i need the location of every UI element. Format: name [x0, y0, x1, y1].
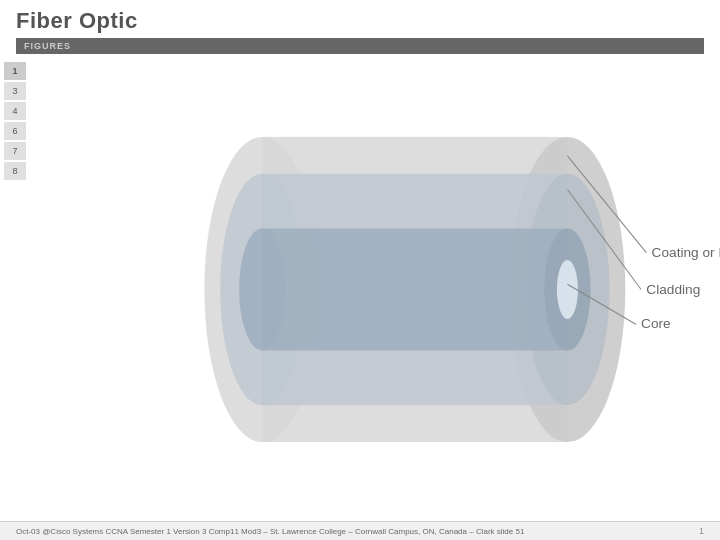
page-title: Fiber Optic — [16, 8, 704, 34]
sidebar-item-7[interactable]: 7 — [4, 142, 26, 160]
sidebar-blank — [4, 182, 26, 212]
sidebar-item-3[interactable]: 3 — [4, 82, 26, 100]
page-container: Fiber Optic FIGURES 1 3 4 6 7 8 — [0, 0, 720, 540]
cladding-label: Cladding — [646, 282, 700, 297]
main-content: 1 3 4 6 7 8 — [0, 58, 720, 521]
sidebar-item-6[interactable]: 6 — [4, 122, 26, 140]
sidebar: 1 3 4 6 7 8 — [0, 58, 36, 521]
header: Fiber Optic FIGURES — [0, 0, 720, 58]
footer: Oct-03 @Cisco Systems CCNA Semester 1 Ve… — [0, 521, 720, 540]
diagram-area: Coating or Buffer Cladding Core — [36, 58, 720, 521]
sidebar-item-8[interactable]: 8 — [4, 162, 26, 180]
page-number: 1 — [699, 526, 704, 536]
figures-label: FIGURES — [24, 41, 71, 51]
core-label: Core — [641, 316, 671, 331]
footer-copyright: Oct-03 @Cisco Systems CCNA Semester 1 Ve… — [16, 527, 524, 536]
figures-bar: FIGURES — [16, 38, 704, 54]
fiber-diagram: Coating or Buffer Cladding Core — [36, 58, 720, 521]
svg-point-9 — [557, 260, 578, 319]
sidebar-item-1[interactable]: 1 — [4, 62, 26, 80]
sidebar-item-4[interactable]: 4 — [4, 102, 26, 120]
svg-rect-7 — [262, 228, 567, 350]
coating-label: Coating or Buffer — [652, 245, 720, 260]
